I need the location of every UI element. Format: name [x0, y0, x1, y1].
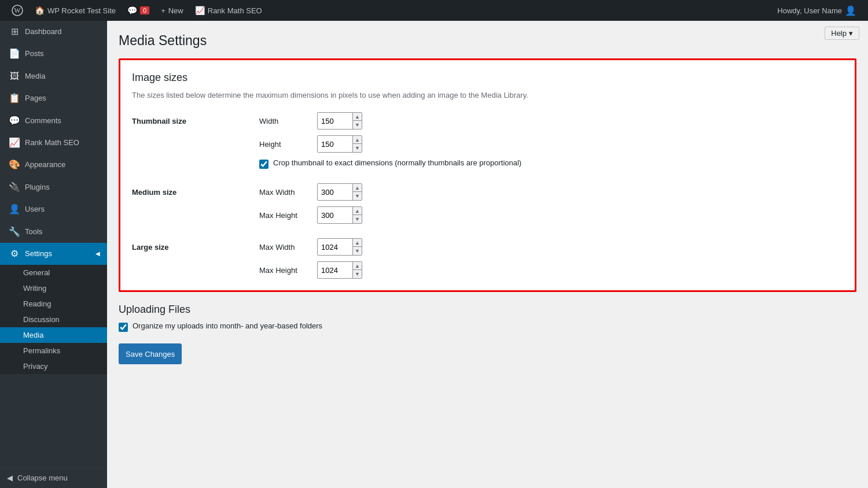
large-max-height-down[interactable]: ▼ [353, 270, 362, 278]
thumbnail-size-fields: Width ▲ ▼ Height [259, 112, 521, 169]
posts-icon: 📄 [9, 47, 20, 60]
submenu-reading[interactable]: Reading [0, 296, 107, 312]
submenu-general[interactable]: General [0, 265, 107, 280]
sidebar-item-plugins[interactable]: 🔌 Plugins [0, 176, 107, 198]
image-sizes-desc: The sizes listed below determine the max… [132, 90, 843, 101]
tools-icon: 🔧 [9, 225, 20, 238]
help-button[interactable]: Help ▾ [825, 27, 859, 40]
sidebar-item-posts[interactable]: 📄 Posts [0, 43, 107, 65]
thumbnail-width-down[interactable]: ▼ [353, 121, 362, 129]
wp-layout: ⊞ Dashboard 📄 Posts 🖼 Media 📋 Pages 💬 Co… [0, 21, 868, 488]
large-max-width-up[interactable]: ▲ [353, 239, 362, 247]
sidebar-item-pages[interactable]: 📋 Pages [0, 87, 107, 109]
large-max-height-input-wrap: ▲ ▼ [317, 261, 362, 279]
submenu-discussion[interactable]: Discussion [0, 312, 107, 327]
admin-bar-left: W 🏠 WP Rocket Test Site 💬 0 + New 📈 Rank… [6, 0, 777, 21]
users-icon: 👤 [9, 203, 20, 216]
submenu-privacy[interactable]: Privacy [0, 358, 107, 374]
admin-bar-wp-logo[interactable]: W [6, 0, 29, 21]
appearance-icon: 🎨 [9, 158, 20, 171]
sidebar-item-users[interactable]: 👤 Users [0, 198, 107, 220]
medium-size-row: Medium size Max Width ▲ ▼ Max H [132, 183, 843, 224]
admin-bar-site-name[interactable]: 🏠 WP Rocket Test Site [29, 0, 122, 21]
sidebar-menu: ⊞ Dashboard 📄 Posts 🖼 Media 📋 Pages 💬 Co… [0, 21, 107, 265]
medium-max-height-row: Max Height ▲ ▼ [259, 206, 362, 224]
thumbnail-width-input[interactable] [318, 113, 352, 129]
large-max-height-input[interactable] [318, 262, 352, 278]
large-max-height-label: Max Height [259, 266, 311, 275]
sidebar-item-tools[interactable]: 🔧 Tools [0, 221, 107, 243]
thumbnail-height-input[interactable] [318, 136, 352, 152]
large-max-width-down[interactable]: ▼ [353, 247, 362, 255]
dashboard-icon: ⊞ [9, 25, 20, 38]
submenu-media[interactable]: Media [0, 327, 107, 343]
large-max-width-input[interactable] [318, 239, 352, 255]
medium-max-width-down[interactable]: ▼ [353, 192, 362, 200]
settings-arrow-icon: ◀ [95, 250, 100, 258]
large-max-width-input-wrap: ▲ ▼ [317, 238, 362, 256]
thumbnail-width-label: Width [259, 117, 311, 125]
pages-icon: 📋 [9, 92, 20, 105]
chevron-down-icon: ▾ [849, 29, 853, 38]
large-size-row: Large size Max Width ▲ ▼ Max He [132, 238, 843, 279]
large-max-width-row: Max Width ▲ ▼ [259, 238, 362, 256]
save-changes-button[interactable]: Save Changes [119, 343, 182, 364]
thumbnail-height-down[interactable]: ▼ [353, 144, 362, 152]
medium-max-width-up[interactable]: ▲ [353, 184, 362, 192]
sidebar-item-media[interactable]: 🖼 Media [0, 65, 107, 87]
admin-bar-comments[interactable]: 💬 0 [122, 0, 155, 21]
sidebar-item-settings[interactable]: ⚙ Settings ◀ [0, 243, 107, 265]
thumbnail-size-label: Thumbnail size [132, 112, 259, 169]
large-max-width-label: Max Width [259, 243, 311, 252]
comments-badge: 0 [140, 6, 149, 14]
plugins-icon: 🔌 [9, 181, 20, 194]
organize-uploads-row: Organize my uploads into month- and year… [119, 321, 856, 332]
large-max-height-spinners: ▲ ▼ [352, 262, 362, 278]
collapse-icon: ◀ [7, 474, 13, 482]
sidebar: ⊞ Dashboard 📄 Posts 🖼 Media 📋 Pages 💬 Co… [0, 21, 107, 488]
admin-bar: W 🏠 WP Rocket Test Site 💬 0 + New 📈 Rank… [0, 0, 868, 21]
medium-max-height-label: Max Height [259, 211, 311, 220]
thumbnail-height-spinners: ▲ ▼ [352, 136, 362, 152]
medium-max-width-input-wrap: ▲ ▼ [317, 183, 362, 201]
organize-uploads-label: Organize my uploads into month- and year… [133, 321, 322, 330]
medium-max-height-down[interactable]: ▼ [353, 215, 362, 223]
thumbnail-height-input-wrap: ▲ ▼ [317, 135, 362, 153]
thumbnail-crop-checkbox[interactable] [259, 160, 269, 169]
medium-max-height-input[interactable] [318, 207, 352, 223]
admin-bar-right: Howdy, User Name 👤 [777, 5, 862, 16]
medium-max-height-input-wrap: ▲ ▼ [317, 206, 362, 224]
sidebar-item-rank-math[interactable]: 📈 Rank Math SEO [0, 132, 107, 154]
uploading-files-section: Uploading Files Organize my uploads into… [119, 304, 856, 332]
organize-uploads-checkbox[interactable] [119, 323, 128, 332]
thumbnail-width-up[interactable]: ▲ [353, 113, 362, 121]
uploading-files-title: Uploading Files [119, 304, 856, 316]
svg-text:W: W [14, 6, 21, 14]
collapse-menu-button[interactable]: ◀ Collapse menu [0, 467, 107, 488]
settings-icon: ⚙ [9, 247, 20, 260]
medium-max-height-spinners: ▲ ▼ [352, 207, 362, 223]
thumbnail-width-input-wrap: ▲ ▼ [317, 112, 362, 130]
large-size-label: Large size [132, 238, 259, 279]
thumbnail-height-up[interactable]: ▲ [353, 136, 362, 144]
image-sizes-box: Image sizes The sizes listed below deter… [119, 58, 856, 293]
medium-max-width-row: Max Width ▲ ▼ [259, 183, 362, 201]
admin-bar-new[interactable]: + New [155, 0, 189, 21]
submenu-writing[interactable]: Writing [0, 280, 107, 296]
sidebar-item-comments[interactable]: 💬 Comments [0, 110, 107, 132]
sidebar-item-dashboard[interactable]: ⊞ Dashboard [0, 21, 107, 43]
medium-max-height-up[interactable]: ▲ [353, 207, 362, 215]
thumbnail-crop-row: Crop thumbnail to exact dimensions (norm… [259, 158, 521, 169]
rank-math-icon: 📈 [9, 136, 20, 149]
sidebar-item-appearance[interactable]: 🎨 Appearance [0, 154, 107, 176]
medium-max-width-spinners: ▲ ▼ [352, 184, 362, 200]
large-max-width-spinners: ▲ ▼ [352, 239, 362, 255]
medium-max-width-input[interactable] [318, 184, 352, 200]
medium-max-width-label: Max Width [259, 188, 311, 197]
page-title: Media Settings [119, 32, 856, 50]
settings-submenu: General Writing Reading Discussion Media… [0, 265, 107, 374]
submenu-permalinks[interactable]: Permalinks [0, 343, 107, 358]
main-content: Media Settings Image sizes The sizes lis… [107, 21, 868, 488]
large-max-height-up[interactable]: ▲ [353, 262, 362, 270]
admin-bar-rank-math[interactable]: 📈 Rank Math SEO [189, 0, 268, 21]
